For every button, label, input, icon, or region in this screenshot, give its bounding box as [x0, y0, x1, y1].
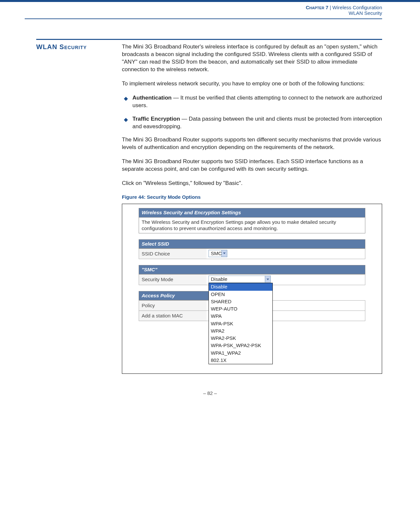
panel-header-smc: "SMC" — [139, 265, 365, 274]
figure-label: Figure 44: Security Mode Options — [122, 194, 382, 200]
page-number: – 82 – — [0, 374, 420, 406]
label-ssid-choice: SSID Choice — [139, 249, 207, 259]
option-disable[interactable]: Disable — [209, 283, 272, 290]
para-mechanisms: The Mini 3G Broadband Router supports su… — [122, 136, 382, 151]
bullet-authentication: ◆ Authentication — It must be verified t… — [124, 94, 382, 109]
option-wpa1-wpa2[interactable]: WPA1_WPA2 — [209, 349, 272, 357]
chevron-down-icon — [265, 276, 270, 282]
select-ssid-choice[interactable]: SMC — [209, 250, 227, 257]
bullet-text: Authentication — It must be verified tha… — [132, 94, 382, 109]
chevron-down-icon — [221, 250, 227, 257]
svg-marker-1 — [266, 279, 269, 280]
para-intro-2: To implement wireless network security, … — [122, 80, 382, 88]
row-security-mode: Security Mode Disable Disable OPEN SHARE… — [139, 274, 365, 285]
body-column: The Mini 3G Broadband Router's wireless … — [122, 43, 382, 374]
label-add-station-mac: Add a station MAC — [139, 311, 207, 321]
para-click-instruction: Click on "Wireless Settings," followed b… — [122, 180, 382, 187]
header-separator: | — [328, 5, 332, 10]
row-ssid-choice: SSID Choice SMC — [139, 249, 365, 259]
option-wpa-psk-wpa2-psk[interactable]: WPA-PSK_WPA2-PSK — [209, 342, 272, 349]
para-ssid-interfaces: The Mini 3G Broadband Router supports tw… — [122, 158, 382, 173]
panel-header-wireless-security: Wireless Security and Encryption Setting… — [139, 208, 365, 217]
label-policy: Policy — [139, 301, 207, 311]
option-wpa-psk[interactable]: WPA-PSK — [209, 320, 272, 327]
option-wpa2[interactable]: WPA2 — [209, 327, 272, 335]
figure-screenshot: Wireless Security and Encryption Setting… — [122, 204, 382, 373]
dropdown-security-mode[interactable]: Disable OPEN SHARED WEP-AUTO WPA WPA-PSK… — [209, 283, 273, 364]
para-intro-1: The Mini 3G Broadband Router's wireless … — [122, 43, 382, 74]
option-open[interactable]: OPEN — [209, 291, 272, 298]
svg-marker-0 — [223, 252, 226, 254]
option-wpa2-psk[interactable]: WPA2-PSK — [209, 335, 272, 342]
chapter-label: Chapter 7 — [306, 5, 328, 10]
section-title: WLAN Security — [36, 43, 122, 51]
panel-header-select-ssid: Select SSID — [139, 239, 365, 249]
option-8021x[interactable]: 802.1X — [209, 357, 272, 364]
diamond-icon: ◆ — [124, 116, 128, 123]
section-rule — [36, 39, 382, 40]
bullet-text: Traffic Encryption — Data passing betwee… — [132, 115, 382, 131]
chapter-subtitle: WLAN Security — [0, 10, 382, 16]
option-wep-auto[interactable]: WEP-AUTO — [209, 305, 272, 312]
select-security-mode[interactable]: Disable — [209, 276, 271, 283]
chapter-title: Wireless Configuration — [332, 5, 382, 10]
diamond-icon: ◆ — [124, 95, 128, 102]
option-shared[interactable]: SHARED — [209, 298, 272, 305]
label-security-mode: Security Mode — [139, 275, 207, 284]
panel-desc-wireless-security: The Wireless Security and Encryption Set… — [139, 218, 365, 233]
option-wpa[interactable]: WPA — [209, 312, 272, 320]
bullet-traffic-encryption: ◆ Traffic Encryption — Data passing betw… — [124, 115, 382, 131]
chapter-header: Chapter 7 | Wireless Configuration WLAN … — [0, 2, 420, 18]
